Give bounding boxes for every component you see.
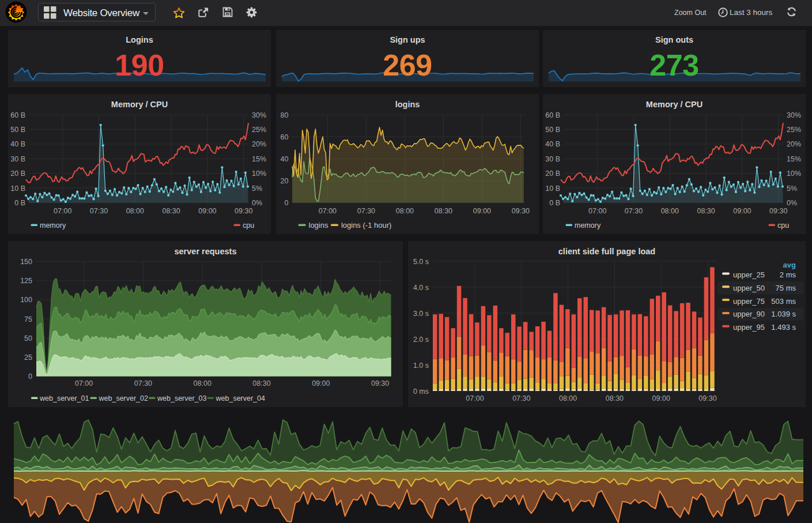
svg-text:50 B: 50 B	[10, 126, 25, 134]
svg-text:10 B: 10 B	[10, 185, 25, 193]
svg-text:08:30: 08:30	[606, 394, 624, 402]
svg-text:09:30: 09:30	[235, 207, 252, 215]
svg-text:50: 50	[24, 334, 32, 343]
svg-text:cpu: cpu	[243, 221, 254, 229]
svg-text:08:30: 08:30	[435, 207, 452, 215]
svg-text:20%: 20%	[252, 140, 266, 148]
svg-text:5%: 5%	[252, 185, 262, 193]
svg-text:cpu: cpu	[777, 221, 789, 229]
svg-text:07:00: 07:00	[75, 379, 93, 387]
svg-text:150: 150	[20, 258, 32, 266]
svg-text:08:00: 08:00	[559, 394, 577, 402]
svg-text:0%: 0%	[787, 199, 797, 207]
svg-text:40 B: 40 B	[10, 140, 25, 148]
svg-text:15%: 15%	[787, 155, 801, 163]
svg-text:client side full page load: client side full page load	[558, 247, 655, 256]
svg-text:0: 0	[285, 199, 289, 207]
svg-text:60 B: 60 B	[10, 111, 25, 119]
svg-text:09:30: 09:30	[371, 379, 389, 387]
svg-text:logins: logins	[395, 100, 420, 109]
svg-text:08:30: 08:30	[162, 207, 180, 215]
svg-text:09:00: 09:00	[473, 207, 491, 215]
svg-text:09:00: 09:00	[312, 379, 330, 387]
svg-text:07:00: 07:00	[588, 207, 606, 215]
svg-text:30 B: 30 B	[10, 155, 25, 163]
svg-text:0 B: 0 B	[549, 199, 560, 207]
svg-text:503 ms: 503 ms	[771, 297, 796, 306]
svg-text:07:30: 07:30	[90, 207, 108, 215]
svg-text:30 B: 30 B	[545, 155, 560, 163]
svg-text:web_server_02: web_server_02	[99, 394, 149, 402]
svg-text:125: 125	[20, 277, 32, 285]
svg-text:0 B: 0 B	[14, 199, 25, 207]
svg-text:memory: memory	[40, 221, 66, 229]
svg-text:0%: 0%	[252, 199, 262, 207]
svg-text:20: 20	[281, 177, 289, 185]
svg-text:25%: 25%	[252, 126, 266, 134]
svg-text:3.0 s: 3.0 s	[413, 310, 429, 318]
svg-text:60 B: 60 B	[545, 111, 560, 119]
svg-text:40: 40	[281, 155, 289, 163]
svg-text:upper_25: upper_25	[733, 270, 765, 279]
svg-text:30%: 30%	[787, 111, 801, 119]
svg-text:memory: memory	[575, 221, 601, 229]
svg-text:Memory / CPU: Memory / CPU	[111, 100, 168, 109]
svg-text:2 ms: 2 ms	[780, 270, 796, 279]
svg-text:07:00: 07:00	[54, 207, 71, 215]
svg-text:40 B: 40 B	[545, 140, 560, 148]
svg-text:upper_90: upper_90	[733, 310, 765, 318]
svg-text:75 ms: 75 ms	[776, 284, 796, 292]
svg-text:web_server_04: web_server_04	[216, 394, 266, 402]
svg-text:07:00: 07:00	[466, 394, 484, 402]
svg-text:09:00: 09:00	[652, 394, 670, 402]
svg-text:09:30: 09:30	[769, 207, 787, 215]
svg-text:07:30: 07:30	[134, 379, 152, 387]
svg-text:30%: 30%	[252, 111, 266, 119]
svg-text:07:30: 07:30	[625, 207, 643, 215]
svg-text:15%: 15%	[252, 155, 266, 163]
svg-text:75: 75	[24, 315, 32, 323]
svg-text:09:30: 09:30	[512, 207, 530, 215]
svg-text:09:30: 09:30	[698, 394, 716, 402]
svg-text:10%: 10%	[787, 170, 801, 178]
svg-text:0 ms: 0 ms	[413, 387, 429, 396]
svg-text:25: 25	[24, 353, 32, 362]
svg-text:08:00: 08:00	[194, 379, 212, 387]
svg-text:20%: 20%	[787, 140, 801, 148]
svg-text:0: 0	[28, 373, 32, 381]
svg-text:logins: logins	[309, 221, 328, 229]
svg-text:10 B: 10 B	[545, 185, 560, 193]
svg-text:4.0 s: 4.0 s	[413, 284, 429, 292]
svg-text:08:30: 08:30	[252, 379, 270, 387]
svg-text:5%: 5%	[787, 185, 797, 193]
svg-text:07:30: 07:30	[512, 394, 530, 402]
svg-text:upper_75: upper_75	[733, 297, 765, 306]
svg-text:server requests: server requests	[174, 247, 236, 256]
svg-text:25%: 25%	[787, 126, 801, 134]
svg-text:08:00: 08:00	[126, 207, 144, 215]
svg-text:upper_95: upper_95	[733, 323, 765, 332]
svg-text:100: 100	[20, 296, 32, 304]
svg-text:20 B: 20 B	[10, 170, 25, 178]
svg-text:08:00: 08:00	[396, 207, 414, 215]
svg-text:09:00: 09:00	[733, 207, 751, 215]
svg-text:web_server_03: web_server_03	[157, 394, 207, 402]
svg-text:avg: avg	[783, 261, 796, 269]
svg-text:50 B: 50 B	[545, 126, 560, 134]
svg-text:09:00: 09:00	[198, 207, 216, 215]
svg-text:Memory / CPU: Memory / CPU	[646, 100, 703, 109]
svg-text:web_server_01: web_server_01	[39, 394, 89, 402]
svg-text:1.0 s: 1.0 s	[413, 362, 429, 370]
svg-text:08:30: 08:30	[697, 207, 715, 215]
svg-text:07:00: 07:00	[319, 207, 337, 215]
svg-text:upper_50: upper_50	[733, 284, 765, 292]
svg-text:logins (-1 hour): logins (-1 hour)	[341, 221, 391, 229]
svg-text:10%: 10%	[252, 170, 266, 178]
svg-text:2.0 s: 2.0 s	[413, 336, 429, 344]
svg-text:08:00: 08:00	[661, 207, 679, 215]
svg-text:20 B: 20 B	[545, 170, 560, 178]
svg-text:1.493 s: 1.493 s	[771, 323, 796, 332]
svg-text:1.039 s: 1.039 s	[771, 310, 796, 318]
svg-text:80: 80	[281, 111, 289, 119]
svg-text:60: 60	[281, 133, 289, 141]
